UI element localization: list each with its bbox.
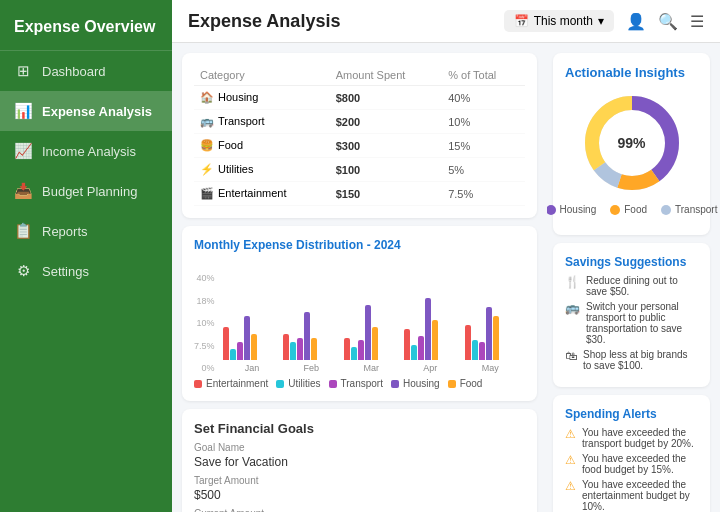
bar [493,316,499,360]
col-pct: % of Total [442,65,525,86]
main-content: Expense Analysis 📅 This month ▾ 👤 🔍 ☰ [172,0,720,512]
sidebar-item-reports[interactable]: 📋Reports [0,211,172,251]
alerts-title: Spending Alerts [565,407,698,421]
sidebar-nav: ⊞Dashboard📊Expense Analysis📈Income Analy… [0,51,172,291]
col-amount: Amount Spent [330,65,443,86]
suggestion-text: Shop less at big brands to save $100. [583,349,698,371]
expense-cat: 🏠Housing [194,86,330,110]
sidebar-icon-budget-planning: 📥 [14,182,32,200]
donut-legend-label: Food [624,204,647,215]
calendar-icon: 📅 [514,14,529,28]
bar [237,342,243,360]
month-label: This month [534,14,593,28]
right-column: Actionable Insights [547,43,720,512]
expense-amount: $300 [330,134,443,158]
alert-icon: ⚠ [565,453,576,467]
sidebar-item-dashboard[interactable]: ⊞Dashboard [0,51,172,91]
expense-pct: 40% [442,86,525,110]
bar [304,312,310,360]
bar-group-Apr [404,298,461,360]
legend-dot [276,380,284,388]
expense-pct: 7.5% [442,182,525,206]
expense-cat: ⚡Utilities [194,158,330,182]
bar [418,336,424,360]
y-label: 40% [194,273,215,283]
y-label: 7.5% [194,341,215,351]
expense-cat: 🍔Food [194,134,330,158]
alerts-list: ⚠You have exceeded the transport budget … [565,427,698,512]
expense-pct: 10% [442,110,525,134]
sidebar-icon-settings: ⚙ [14,262,32,280]
col-category: Category [194,65,330,86]
sidebar-item-income-analysis[interactable]: 📈Income Analysis [0,131,172,171]
donut-legend: HousingFoodTransport [565,204,698,215]
x-labels: JanFebMarAprMay [219,363,525,373]
sidebar-item-budget-planning[interactable]: 📥Budget Planning [0,171,172,211]
expense-cat: 🎬Entertainment [194,182,330,206]
legend-item: Food [448,378,483,389]
sidebar-item-expense-analysis[interactable]: 📊Expense Analysis [0,91,172,131]
expense-amount: $150 [330,182,443,206]
bar [479,342,485,360]
donut-legend-label: Housing [560,204,597,215]
left-column: Category Amount Spent % of Total 🏠Housin… [172,43,547,512]
insights-title: Actionable Insights [565,65,698,80]
sidebar-label-income-analysis: Income Analysis [42,144,136,159]
legend-dot [329,380,337,388]
legend-item: Housing [391,378,440,389]
expense-row: 🏠Housing $800 40% [194,86,525,110]
sidebar-title: Expense Overview [0,0,172,51]
target-amount-label: Target Amount [194,475,525,486]
page-title: Expense Analysis [188,11,340,32]
expense-table-card: Category Amount Spent % of Total 🏠Housin… [182,53,537,218]
bar [358,340,364,360]
bar [244,316,250,360]
x-label: Mar [363,363,379,373]
donut-legend-item: Housing [547,204,596,215]
bar [472,340,478,360]
topbar-icons: 👤 🔍 ☰ [626,12,704,31]
alert-item: ⚠You have exceeded the food budget by 15… [565,453,698,475]
sidebar-icon-income-analysis: 📈 [14,142,32,160]
expense-row: 🚌Transport $200 10% [194,110,525,134]
chevron-down-icon: ▾ [598,14,604,28]
search-icon[interactable]: 🔍 [658,12,678,31]
expense-table: Category Amount Spent % of Total 🏠Housin… [194,65,525,206]
sidebar-icon-dashboard: ⊞ [14,62,32,80]
legend-label: Entertainment [206,378,268,389]
sidebar-item-settings[interactable]: ⚙Settings [0,251,172,291]
savings-list: 🍴Reduce dining out to save $50.🚌Switch y… [565,275,698,371]
suggestion-item: 🚌Switch your personal transport to publi… [565,301,698,345]
bar [290,342,296,360]
goal-name-label: Goal Name [194,442,525,453]
sidebar-label-reports: Reports [42,224,88,239]
user-icon[interactable]: 👤 [626,12,646,31]
menu-icon[interactable]: ☰ [690,12,704,31]
month-selector[interactable]: 📅 This month ▾ [504,10,614,32]
bar [425,298,431,360]
suggestion-icon: 🚌 [565,301,580,315]
alert-icon: ⚠ [565,427,576,441]
monthly-chart-card: Monthly Expense Distribution - 2024 40%1… [182,226,537,401]
legend-item: Utilities [276,378,320,389]
donut-legend-label: Transport [675,204,717,215]
bar-group-Jan [223,316,280,360]
target-amount-value: $500 [194,488,525,502]
suggestion-item: 🛍Shop less at big brands to save $100. [565,349,698,371]
donut-center-text: 99% [617,135,645,151]
sidebar-label-settings: Settings [42,264,89,279]
suggestion-icon: 🛍 [565,349,577,363]
chart-title: Monthly Expense Distribution - 2024 [194,238,525,252]
bar [311,338,317,360]
savings-title: Savings Suggestions [565,255,698,269]
current-amount-label: Current Amount [194,508,525,512]
alert-item: ⚠You have exceeded the transport budget … [565,427,698,449]
sidebar-icon-expense-analysis: 📊 [14,102,32,120]
donut-legend-dot [610,205,620,215]
x-label: Feb [304,363,320,373]
bar [465,325,471,360]
y-label: 18% [194,296,215,306]
y-label: 0% [194,363,215,373]
goals-title: Set Financial Goals [194,421,525,436]
bar [230,349,236,360]
